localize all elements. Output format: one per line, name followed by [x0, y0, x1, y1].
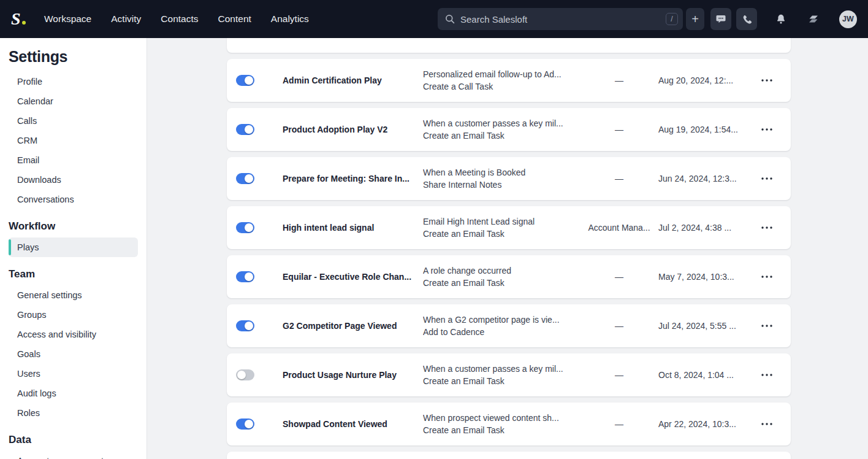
app-body: Settings ProfileCalendarCallsCRMEmailDow… [0, 38, 868, 459]
sidebar-item-calls[interactable]: Calls [9, 111, 138, 131]
play-toggle[interactable] [236, 124, 254, 135]
play-toggle[interactable] [236, 75, 254, 86]
play-name[interactable]: Prepare for Meeting: Share In... [283, 174, 423, 183]
sidebar-item-account-management[interactable]: Account management [9, 451, 138, 459]
sidebar-item-groups[interactable]: Groups [9, 305, 138, 325]
play-card: Equilar - Executive Role Chan...A role c… [227, 255, 791, 298]
row-menu-button[interactable] [760, 417, 774, 431]
play-action: Create an Email Task [423, 424, 583, 436]
sidebar-item-access-and-visibility[interactable]: Access and visibility [9, 325, 138, 344]
play-action: Add to Cadence [423, 326, 583, 338]
ellipsis-icon [761, 177, 772, 180]
nav-item-workspace[interactable]: Workspace [44, 14, 91, 25]
toggle-cell [236, 173, 283, 184]
play-card: Showpad Content ViewedWhen prospect view… [227, 403, 791, 446]
nav-item-contacts[interactable]: Contacts [161, 14, 198, 25]
sidebar-item-goals[interactable]: Goals [9, 344, 138, 364]
messages-button[interactable] [710, 8, 731, 30]
play-action: Create an Email Task [423, 228, 583, 240]
nav-item-analytics[interactable]: Analytics [271, 14, 309, 25]
nav-item-activity[interactable]: Activity [111, 14, 141, 25]
play-action: Create an Email Task [423, 277, 583, 289]
play-card: High intent lead signalEmail High Intent… [227, 206, 791, 249]
sidebar-section-header-workflow: Workflow [9, 220, 138, 233]
play-trigger: When prospect viewed content sh... [423, 412, 583, 424]
row-menu-button[interactable] [760, 73, 774, 88]
toggle-cell [236, 320, 283, 331]
sidebar-item-users[interactable]: Users [9, 364, 138, 384]
sidebar-item-crm[interactable]: CRM [9, 131, 138, 150]
play-action: Create an Email Task [423, 375, 583, 387]
sidebar-item-email[interactable]: Email [9, 150, 138, 170]
sidebar-item-downloads[interactable]: Downloads [9, 170, 138, 190]
nav-right-cluster: Search Salesloft / + [438, 8, 857, 30]
play-date: Oct 8, 2024, 1:04 ... [655, 370, 747, 380]
play-team: — [583, 125, 655, 134]
sidebar-general-list: ProfileCalendarCallsCRMEmailDownloadsCon… [9, 72, 138, 209]
play-date: Apr 22, 2024, 10:3... [655, 419, 747, 429]
page-title: Settings [9, 48, 138, 66]
menu-cell [747, 269, 782, 284]
play-date: Jul 2, 2024, 4:38 ... [655, 223, 747, 233]
row-menu-button[interactable] [760, 220, 774, 235]
play-date: May 7, 2024, 10:3... [655, 272, 747, 282]
sidebar-item-conversations[interactable]: Conversations [9, 190, 138, 209]
bell-icon [775, 14, 786, 25]
row-menu-button[interactable] [760, 368, 774, 382]
sidebar-item-roles[interactable]: Roles [9, 403, 138, 423]
primary-nav: WorkspaceActivityContactsContentAnalytic… [44, 14, 309, 25]
create-button[interactable]: + [686, 8, 704, 30]
play-toggle[interactable] [236, 271, 254, 282]
row-menu-button[interactable] [760, 318, 774, 333]
toggle-cell [236, 271, 283, 282]
play-name[interactable]: Admin Certification Play [283, 75, 423, 85]
row-menu-button[interactable] [760, 171, 774, 186]
notifications-button[interactable] [775, 14, 786, 25]
play-date: Aug 20, 2024, 12:... [655, 75, 747, 85]
ellipsis-icon [761, 374, 772, 376]
play-name[interactable]: Product Adoption Play V2 [283, 125, 423, 134]
sidebar-item-audit-logs[interactable]: Audit logs [9, 384, 138, 403]
play-name[interactable]: G2 Competitor Page Viewed [283, 321, 423, 331]
nav-item-content[interactable]: Content [218, 14, 251, 25]
play-team: — [583, 75, 655, 85]
sidebar-item-plays[interactable]: Plays [9, 237, 138, 257]
play-name[interactable]: Product Usage Nurture Play [283, 370, 423, 380]
search-input[interactable]: Search Salesloft / [438, 8, 683, 30]
ellipsis-icon [761, 79, 772, 82]
toggle-cell [236, 418, 283, 430]
play-name[interactable]: High intent lead signal [283, 223, 423, 233]
sidebar-item-profile[interactable]: Profile [9, 72, 138, 91]
search-placeholder: Search Salesloft [460, 14, 660, 25]
row-menu-button[interactable] [760, 269, 774, 284]
play-trigger: Email High Intent Lead signal [423, 215, 583, 228]
play-trigger: Personalized email follow-up to Ad... [423, 68, 583, 80]
sidebar-item-general-settings[interactable]: General settings [9, 285, 138, 305]
menu-cell [747, 417, 782, 431]
plays-cards: Create an Email TaskAdmin Certification … [227, 38, 791, 459]
ellipsis-icon [761, 423, 772, 425]
play-date: Jul 24, 2024, 5:55 ... [655, 321, 747, 331]
row-menu-button[interactable] [760, 122, 774, 137]
play-name[interactable]: Showpad Content Viewed [283, 419, 423, 429]
toggle-cell [236, 222, 283, 233]
dialer-button[interactable] [736, 8, 757, 30]
ellipsis-icon [761, 226, 772, 229]
salesloft-logo-letter: S [11, 10, 21, 28]
sidebar-item-calendar[interactable]: Calendar [9, 91, 138, 111]
play-toggle[interactable] [236, 320, 254, 331]
search-icon [445, 14, 455, 24]
play-toggle[interactable] [236, 173, 254, 184]
user-avatar[interactable]: JW [839, 10, 857, 28]
app-switcher-button[interactable] [807, 14, 820, 25]
play-name[interactable]: Equilar - Executive Role Chan... [283, 272, 423, 282]
play-toggle[interactable] [236, 369, 254, 380]
salesloft-logo[interactable]: S [11, 10, 29, 28]
play-toggle[interactable] [236, 222, 254, 233]
play-toggle[interactable] [236, 418, 254, 430]
play-card: G2 Competitor Page ViewedWhen a G2 compe… [227, 304, 791, 347]
toggle-cell [236, 75, 283, 86]
sidebar-section-header-team: Team [9, 268, 138, 280]
salesloft-logo-dot [22, 21, 26, 25]
menu-cell [747, 220, 782, 235]
